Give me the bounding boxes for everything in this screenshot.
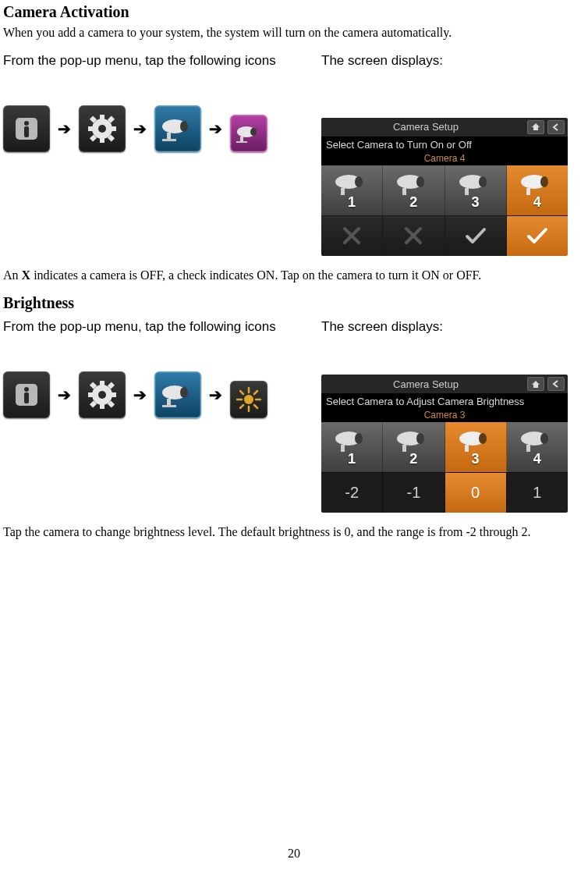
icon-sequence-brightness: ➔ ➔ ➔	[3, 371, 299, 418]
svg-rect-70	[526, 445, 530, 452]
camera-tile-2[interactable]: 2	[383, 422, 445, 472]
svg-rect-2	[24, 126, 29, 137]
camera-icon[interactable]	[154, 105, 201, 152]
svg-point-45	[98, 391, 106, 399]
footer-camera-activation: An X indicates a camera is OFF, a check …	[3, 267, 585, 284]
svg-rect-67	[465, 445, 469, 452]
camera-tile-3[interactable]: 3	[445, 165, 507, 215]
svg-line-56	[254, 405, 257, 408]
gear-icon[interactable]	[79, 371, 126, 418]
brightness-icon[interactable]	[230, 381, 267, 418]
svg-rect-48	[167, 399, 171, 406]
svg-rect-32	[526, 188, 530, 195]
arrow-icon: ➔	[58, 119, 71, 138]
svg-line-55	[240, 391, 243, 394]
caption-left-activation: From the pop-up menu, tap the following …	[3, 52, 299, 69]
camera-icon[interactable]	[154, 371, 201, 418]
svg-rect-38	[100, 403, 104, 409]
svg-point-31	[540, 176, 548, 187]
intro-camera-activation: When you add a camera to your system, th…	[3, 24, 585, 41]
figure-brightness: From the pop-up menu, tap the following …	[3, 318, 585, 513]
camera-number: 3	[472, 451, 480, 467]
svg-point-66	[479, 433, 487, 444]
svg-line-58	[240, 405, 243, 408]
svg-rect-37	[100, 381, 104, 387]
brightness-value[interactable]: 1	[507, 472, 568, 513]
heading-brightness: Brightness	[3, 294, 585, 312]
state-on-4[interactable]	[507, 215, 568, 256]
page-number: 20	[0, 847, 588, 861]
camera-tile-4[interactable]: 4	[507, 422, 568, 472]
arrow-icon: ➔	[133, 385, 147, 404]
camera-number: 1	[348, 451, 356, 467]
svg-rect-64	[402, 445, 406, 452]
icon-sequence-activation: ➔ ➔ ➔	[3, 105, 299, 152]
camera-number: 4	[533, 451, 541, 467]
svg-rect-19	[240, 137, 243, 142]
camera-tile-4[interactable]: 4	[507, 165, 568, 215]
svg-rect-29	[465, 188, 469, 195]
selected-camera-label: Camera 3	[321, 410, 568, 422]
svg-point-18	[250, 128, 257, 136]
svg-rect-7	[110, 126, 116, 131]
camera-number: 2	[409, 451, 417, 467]
svg-point-63	[416, 433, 424, 444]
svg-point-25	[416, 176, 424, 187]
svg-rect-26	[402, 188, 406, 195]
svg-rect-39	[88, 392, 94, 397]
state-off-1[interactable]	[321, 215, 383, 256]
camera-number: 2	[409, 194, 417, 211]
brightness-value-selected[interactable]: 0	[445, 472, 507, 513]
camera-tile-1[interactable]: 1	[321, 422, 383, 472]
camera-small-icon[interactable]	[230, 115, 267, 152]
camera-number: 1	[348, 194, 356, 211]
caption-right-brightness: The screen displays:	[321, 318, 571, 336]
arrow-icon: ➔	[133, 119, 147, 138]
svg-rect-4	[100, 115, 104, 121]
svg-rect-6	[88, 126, 94, 131]
arrow-icon: ➔	[209, 119, 222, 138]
arrow-icon: ➔	[58, 385, 71, 404]
info-icon[interactable]	[3, 105, 50, 152]
gear-icon[interactable]	[79, 105, 126, 152]
heading-camera-activation: Camera Activation	[3, 3, 585, 21]
caption-left-brightness: From the pop-up menu, tap the following …	[3, 318, 299, 336]
svg-rect-61	[341, 445, 345, 452]
svg-point-47	[180, 387, 188, 398]
brightness-value[interactable]: -1	[383, 472, 445, 513]
footer-brightness: Tap the camera to change brightness leve…	[3, 524, 585, 541]
panel-title: Camera Setup	[324, 378, 527, 390]
home-icon[interactable]	[527, 120, 544, 134]
svg-rect-15	[167, 133, 171, 140]
svg-point-34	[24, 387, 29, 392]
caption-right-activation: The screen displays:	[321, 52, 571, 69]
svg-rect-35	[24, 392, 29, 403]
svg-point-1	[24, 121, 29, 126]
camera-tile-2[interactable]: 2	[383, 165, 445, 215]
camera-tile-1[interactable]: 1	[321, 165, 383, 215]
svg-point-14	[180, 121, 188, 132]
back-icon[interactable]	[547, 377, 565, 391]
camera-tile-3[interactable]: 3	[445, 422, 507, 472]
brightness-value[interactable]: -2	[321, 472, 383, 513]
figure-activation: From the pop-up menu, tap the following …	[3, 52, 585, 256]
back-icon[interactable]	[547, 120, 565, 134]
svg-point-22	[355, 176, 363, 187]
svg-rect-16	[162, 139, 176, 141]
state-off-2[interactable]	[383, 215, 445, 256]
camera-number: 4	[533, 194, 541, 211]
svg-rect-5	[100, 137, 104, 143]
camera-number: 3	[472, 194, 480, 211]
svg-point-69	[540, 433, 548, 444]
panel-subtitle: Select Camera to Adjust Camera Brightnes…	[321, 393, 568, 410]
svg-line-57	[254, 391, 257, 394]
panel-title: Camera Setup	[324, 121, 527, 133]
panel-camera-activation: Camera Setup Select Camera to Turn On or…	[321, 118, 568, 256]
info-icon[interactable]	[3, 371, 50, 418]
arrow-icon: ➔	[209, 385, 222, 404]
svg-point-60	[355, 433, 363, 444]
selected-camera-label: Camera 4	[321, 153, 568, 165]
panel-subtitle: Select Camera to Turn On or Off	[321, 137, 568, 153]
home-icon[interactable]	[527, 377, 544, 391]
state-on-3[interactable]	[445, 215, 507, 256]
